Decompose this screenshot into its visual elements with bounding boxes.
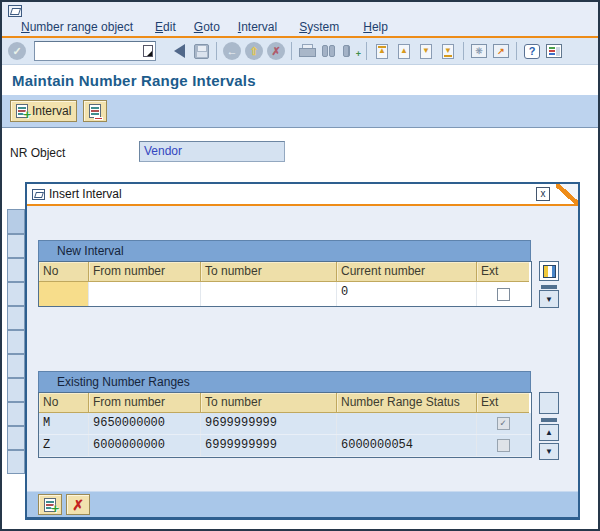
row-ext-cell	[477, 435, 529, 456]
column-header-to-number[interactable]: To number	[201, 262, 337, 282]
row-selector[interactable]	[7, 450, 25, 474]
row-no-cell: M	[39, 413, 89, 434]
dropdown-button[interactable]: ▼	[539, 290, 559, 308]
toolbar-separator	[516, 42, 517, 60]
column-header-to-number[interactable]: To number	[201, 393, 337, 413]
row-no-cell: Z	[39, 435, 89, 456]
dialog-window-icon	[32, 189, 45, 200]
screen-title-bar: Maintain Number Range Intervals	[2, 65, 598, 95]
customize-layout-icon[interactable]	[543, 40, 565, 62]
page-down-icon[interactable]: ▼	[415, 40, 437, 62]
new-interval-row: 0	[39, 282, 531, 306]
save-icon[interactable]	[190, 40, 212, 62]
page-title: Maintain Number Range Intervals	[12, 72, 256, 89]
cancel-x-icon: ✗	[72, 498, 84, 512]
column-header-from-number[interactable]: From number	[89, 393, 201, 413]
cancel-icon[interactable]: ✗	[265, 40, 287, 62]
column-header-number-range-status[interactable]: Number Range Status	[337, 393, 477, 413]
row-selector[interactable]	[7, 330, 25, 354]
row-selector[interactable]	[7, 426, 25, 450]
column-header-no[interactable]: No	[39, 262, 89, 282]
command-input[interactable]	[34, 41, 156, 61]
dialog-body: New Interval No From number To number Cu…	[27, 208, 578, 517]
table-settings-icon	[543, 265, 556, 278]
row-selector[interactable]	[7, 306, 25, 330]
standard-toolbar: ✓ ← ⇧ ✗ + ▲ ▲ ▼ ▼ ❋ ↗ ?	[2, 38, 598, 65]
dialog-title: Insert Interval	[49, 187, 122, 201]
scroll-down-icon[interactable]: ▼	[539, 443, 559, 460]
menu-help[interactable]: Help	[363, 20, 388, 34]
column-header-from-number[interactable]: From number	[89, 262, 201, 282]
application-toolbar: + Interval	[2, 95, 598, 128]
ext-checkbox	[497, 439, 510, 452]
cancel-button[interactable]: ✗	[66, 494, 90, 515]
new-session-icon[interactable]: ❋	[468, 40, 490, 62]
new-from-number-cell[interactable]	[89, 282, 201, 306]
toolbar-separator	[216, 42, 217, 60]
toolbar-separator	[463, 42, 464, 60]
new-no-cell[interactable]	[39, 282, 89, 306]
nr-object-field[interactable]: Vendor	[139, 141, 285, 162]
find-icon[interactable]	[318, 40, 340, 62]
table-settings-button[interactable]	[539, 261, 559, 281]
row-selector[interactable]	[7, 258, 25, 282]
table-row[interactable]: M 9650000000 9699999999	[39, 413, 531, 435]
delete-interval-button[interactable]	[83, 100, 107, 122]
row-selector[interactable]	[7, 378, 25, 402]
column-header-ext[interactable]: Ext	[477, 393, 529, 413]
print-icon[interactable]	[296, 40, 318, 62]
interval-button[interactable]: + Interval	[10, 100, 77, 122]
row-selector[interactable]	[7, 402, 25, 426]
insert-button[interactable]: +	[38, 494, 62, 515]
column-header-no[interactable]: No	[39, 393, 89, 413]
existing-ranges-section-header: Existing Number Ranges	[38, 371, 531, 392]
scroll-thumb[interactable]	[541, 418, 557, 422]
menu-system[interactable]: System	[299, 20, 339, 34]
menu-bar: Number range object Edit Goto Interval S…	[2, 18, 598, 36]
row-selector[interactable]	[7, 234, 25, 258]
row-selector[interactable]	[7, 282, 25, 306]
table-row[interactable]: Z 6000000000 6999999999 6000000054	[39, 435, 531, 457]
back-icon[interactable]: ←	[221, 40, 243, 62]
new-interval-table: No From number To number Current number …	[38, 261, 532, 307]
menu-number-range-object[interactable]: Number range object	[21, 20, 133, 34]
help-icon[interactable]: ?	[521, 40, 543, 62]
sap-screen-icon	[8, 5, 22, 17]
menu-edit[interactable]: Edit	[155, 20, 176, 34]
dialog-title-bar[interactable]: Insert Interval x	[27, 184, 578, 206]
new-ext-checkbox[interactable]	[497, 288, 510, 301]
command-history-icon[interactable]	[143, 45, 153, 57]
first-page-icon[interactable]: ▲	[371, 40, 393, 62]
new-to-number-cell[interactable]	[201, 282, 337, 306]
row-from-cell: 9650000000	[89, 413, 201, 434]
create-shortcut-icon[interactable]: ↗	[490, 40, 512, 62]
dialog-footer: + ✗	[27, 491, 578, 517]
enter-arrow-icon[interactable]	[168, 40, 190, 62]
insert-icon: +	[44, 498, 56, 512]
page-up-icon[interactable]: ▲	[393, 40, 415, 62]
exit-icon[interactable]: ⇧	[243, 40, 265, 62]
menu-goto[interactable]: Goto	[194, 20, 220, 34]
scroll-thumb[interactable]	[541, 285, 557, 289]
enter-check-icon[interactable]: ✓	[6, 40, 28, 62]
column-header-current-number[interactable]: Current number	[337, 262, 477, 282]
column-header-ext[interactable]: Ext	[477, 262, 529, 282]
new-current-number-cell[interactable]: 0	[337, 282, 477, 306]
existing-ranges-table: No From number To number Number Range St…	[38, 392, 532, 458]
delete-interval-icon	[89, 104, 101, 118]
toolbar-separator	[366, 42, 367, 60]
interval-button-label: Interval	[32, 104, 71, 118]
window-top-strip	[2, 2, 598, 18]
new-interval-section-header: New Interval	[38, 240, 531, 261]
new-ext-cell	[477, 282, 529, 306]
sap-window: Number range object Edit Goto Interval S…	[0, 0, 600, 531]
dialog-close-icon[interactable]: x	[536, 187, 550, 201]
find-next-icon[interactable]: +	[340, 40, 362, 62]
last-page-icon[interactable]: ▼	[437, 40, 459, 62]
row-selector[interactable]	[7, 354, 25, 378]
scroll-up-icon[interactable]: ▲	[539, 424, 559, 441]
menu-interval[interactable]: Interval	[238, 20, 277, 34]
scrollbar-page-button[interactable]	[539, 392, 559, 414]
row-status-cell: 6000000054	[337, 435, 477, 456]
row-selector-header[interactable]	[7, 209, 25, 234]
